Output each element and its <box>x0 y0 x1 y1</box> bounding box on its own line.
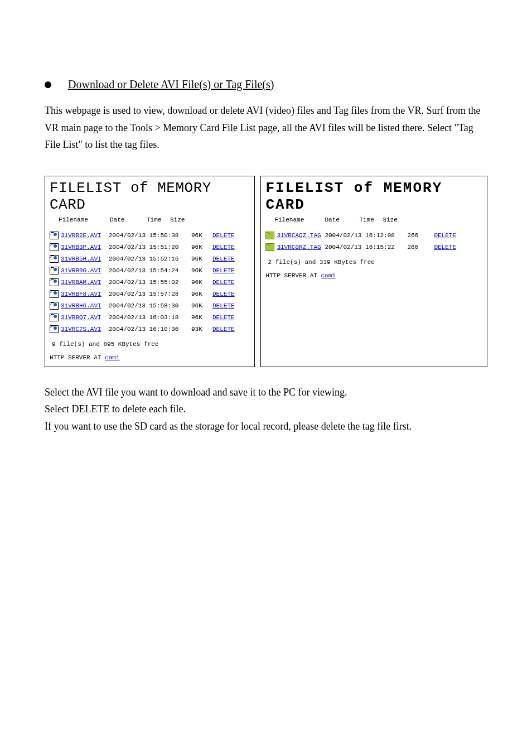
video-icon <box>50 302 59 310</box>
video-icon <box>50 255 59 263</box>
summary-line: 2 file(s) and 339 KBytes free <box>265 259 482 266</box>
bullet-icon <box>45 81 51 88</box>
col-filename: Filename <box>59 216 110 223</box>
table-row: 31VRB2E.AVI2004/02/13 15:50:3896KDELETE <box>50 230 250 242</box>
table-row: 31VRB9G.AVI2004/02/13 15:54:2496KDELETE <box>50 265 250 277</box>
table-row: 31VRC7S.AVI2004/02/13 16:10:3693KDELETE <box>50 324 250 335</box>
video-icon <box>50 243 59 251</box>
file-datetime: 2004/02/13 16:10:36 <box>109 326 191 333</box>
table-row: 31VRB5H.AVI2004/02/13 15:52:1696KDELETE <box>50 253 250 265</box>
section-heading: Download or Delete AVI File(s) or Tag Fi… <box>68 78 274 91</box>
file-datetime: 2004/02/13 16:12:08 <box>325 232 407 239</box>
delete-link[interactable]: DELETE <box>212 244 235 251</box>
col-time: Time <box>147 216 170 223</box>
avi-file-panel: FILELIST of MEMORY CARD Filename Date Ti… <box>45 176 255 367</box>
col-size: Size <box>383 216 405 223</box>
file-datetime: 2004/02/13 15:58:30 <box>109 302 191 309</box>
table-header: Filename Date Time Size <box>265 216 482 223</box>
col-date: Date <box>325 216 359 223</box>
file-size: 96K <box>191 314 208 321</box>
file-link[interactable]: 31VRBAM.AVI <box>61 279 109 286</box>
file-size: 93K <box>191 326 208 333</box>
file-datetime: 2004/02/13 15:54:24 <box>109 267 191 274</box>
file-datetime: 2004/02/13 15:52:16 <box>109 256 191 262</box>
delete-link[interactable]: DELETE <box>212 314 235 321</box>
col-filename: Filename <box>274 216 325 223</box>
intro-paragraph: This webpage is used to view, download o… <box>45 102 487 153</box>
table-header: Filename Date Time Size <box>50 216 250 223</box>
file-link[interactable]: 31VRBF8.AVI <box>61 291 109 297</box>
summary-line: 9 file(s) and 895 KBytes free <box>50 341 250 348</box>
col-time: Time <box>359 216 383 223</box>
file-link[interactable]: 31VRBQ7.AVI <box>61 314 109 321</box>
tag-icon <box>265 232 274 239</box>
tag-file-panel: FILELIST of MEMORY CARD Filename Date Ti… <box>260 176 487 367</box>
file-datetime: 2004/02/13 15:55:02 <box>109 279 191 286</box>
file-link[interactable]: 31VRB2E.AVI <box>61 232 109 239</box>
server-label: HTTP SERVER AT <box>50 354 105 361</box>
file-size: 96K <box>191 302 208 309</box>
delete-link[interactable]: DELETE <box>212 232 235 239</box>
table-row: 31VRBQ7.AVI2004/02/13 16:03:1896KDELETE <box>50 312 250 324</box>
table-row: 31VRB3P.AVI2004/02/13 15:51:2096KDELETE <box>50 242 250 253</box>
video-icon <box>50 290 59 298</box>
section-heading-row: Download or Delete AVI File(s) or Tag Fi… <box>45 78 487 91</box>
file-size: 96K <box>191 244 208 251</box>
table-row: 31VRBF8.AVI2004/02/13 15:57:2896KDELETE <box>50 288 250 300</box>
col-date: Date <box>110 216 147 223</box>
server-line: HTTP SERVER AT cam1 <box>50 354 250 361</box>
server-link[interactable]: cam1 <box>105 354 119 361</box>
outro-paragraph: Select the AVI file you want to download… <box>45 384 487 435</box>
file-datetime: 2004/02/13 15:50:38 <box>109 232 191 239</box>
tag-icon <box>265 243 274 251</box>
video-icon <box>50 267 59 275</box>
col-size: Size <box>170 216 192 223</box>
table-row: 31VRBAM.AVI2004/02/13 15:55:0296KDELETE <box>50 277 250 288</box>
delete-link[interactable]: DELETE <box>212 279 235 286</box>
file-size: 96K <box>191 256 208 262</box>
table-row: 31VRBH6.AVI2004/02/13 15:58:3096KDELETE <box>50 300 250 312</box>
panels-container: FILELIST of MEMORY CARD Filename Date Ti… <box>45 176 487 367</box>
file-datetime: 2004/02/13 16:15:22 <box>325 244 407 251</box>
file-size: 266 <box>407 244 424 251</box>
file-size: 96K <box>191 267 208 274</box>
video-icon <box>50 325 59 333</box>
file-datetime: 2004/02/13 16:03:18 <box>109 314 191 321</box>
table-row: 31VRCGRZ.TAG2004/02/13 16:15:22266DELETE <box>265 242 482 253</box>
file-link[interactable]: 31VRB5H.AVI <box>61 256 109 262</box>
file-link[interactable]: 31VRC7S.AVI <box>61 326 109 333</box>
file-datetime: 2004/02/13 15:57:28 <box>109 291 191 297</box>
server-label: HTTP SERVER AT <box>265 272 321 279</box>
file-size: 96K <box>191 232 208 239</box>
server-line: HTTP SERVER AT cam1 <box>265 272 482 279</box>
file-datetime: 2004/02/13 15:51:20 <box>109 244 191 251</box>
delete-link[interactable]: DELETE <box>212 267 235 274</box>
file-link[interactable]: 31VRB9G.AVI <box>61 267 109 274</box>
video-icon <box>50 314 59 321</box>
file-link[interactable]: 31VRBH6.AVI <box>61 302 109 309</box>
server-link[interactable]: cam1 <box>321 272 335 279</box>
file-size: 96K <box>191 279 208 286</box>
table-row: 31VRCAQZ.TAG2004/02/13 16:12:08266DELETE <box>265 230 482 242</box>
video-icon <box>50 278 59 286</box>
panel-title: FILELIST of MEMORY CARD <box>265 180 482 213</box>
delete-link[interactable]: DELETE <box>434 232 456 239</box>
file-size: 266 <box>407 232 424 239</box>
delete-link[interactable]: DELETE <box>212 326 235 333</box>
panel-title: FILELIST of MEMORY CARD <box>50 180 250 213</box>
delete-link[interactable]: DELETE <box>212 291 235 297</box>
delete-link[interactable]: DELETE <box>434 244 456 251</box>
file-link[interactable]: 31VRB3P.AVI <box>61 244 109 251</box>
delete-link[interactable]: DELETE <box>212 256 235 262</box>
file-link[interactable]: 31VRCGRZ.TAG <box>277 244 325 251</box>
file-link[interactable]: 31VRCAQZ.TAG <box>277 232 325 239</box>
file-size: 96K <box>191 291 208 297</box>
delete-link[interactable]: DELETE <box>212 302 235 309</box>
video-icon <box>50 232 59 239</box>
